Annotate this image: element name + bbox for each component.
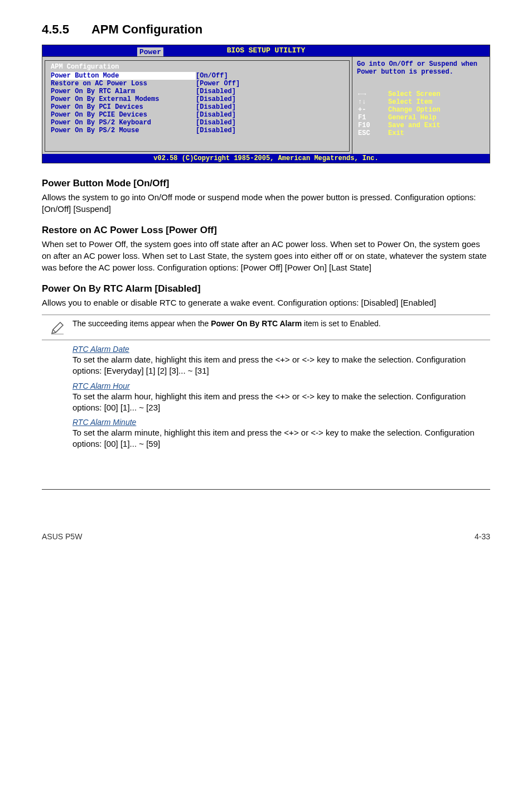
bios-row-label: Power On By PCIE Devices xyxy=(51,111,196,119)
bios-row: Restore on AC Power Loss [Power Off] xyxy=(51,80,344,88)
rtc-heading: RTC Alarm Hour xyxy=(72,381,488,390)
bios-row: Power On By PCI Devices [Disabled] xyxy=(51,103,344,111)
bios-tab: Power xyxy=(137,47,163,56)
note-text: The succeeding items appear when the Pow… xyxy=(72,318,490,329)
nav-desc: Change Option xyxy=(388,106,441,114)
bios-header: BIOS SETUP UTILITY Power xyxy=(42,45,490,56)
section-heading: 4.5.5APM Configuration xyxy=(42,22,490,37)
bios-row: Power On By PS/2 Mouse [Disabled] xyxy=(51,127,344,134)
subheading: Power On By RTC Alarm [Disabled] xyxy=(42,283,490,294)
bios-row-val: [Disabled] xyxy=(196,95,236,103)
bios-row: Power On By External Modems [Disabled] xyxy=(51,95,344,103)
nav-desc: Select Item xyxy=(388,98,432,106)
nav-key: ↑↓ xyxy=(358,98,388,106)
bios-row-val: [Disabled] xyxy=(196,88,236,95)
subheading: Power Button Mode [On/Off] xyxy=(42,178,490,189)
bios-row: Power Button Mode [On/Off] xyxy=(51,72,344,80)
bios-row-val: [Disabled] xyxy=(196,111,236,119)
bios-row-label: Power On By PCI Devices xyxy=(51,103,196,111)
bios-screenshot: BIOS SETUP UTILITY Power APM Configurati… xyxy=(42,45,490,163)
nav-desc: Save and Exit xyxy=(388,122,441,129)
rtc-paragraph: To set the alarm hour, highlight this it… xyxy=(72,391,488,414)
bios-title: BIOS SETUP UTILITY xyxy=(227,46,305,55)
nav-key: ←→ xyxy=(358,90,388,98)
note-bold: Power On By RTC Alarm xyxy=(211,319,302,328)
rtc-heading: RTC Alarm Minute xyxy=(72,418,488,427)
section-number: 4.5.5 xyxy=(42,22,69,36)
paragraph: Allows the system to go into On/Off mode… xyxy=(42,192,490,215)
nav-desc: Exit xyxy=(388,129,404,137)
nav-key: F10 xyxy=(358,122,388,129)
bios-row-label: Power On By External Modems xyxy=(51,95,196,103)
bios-row-label: Power On By PS/2 Keyboard xyxy=(51,119,196,127)
bios-row-label: Power On By RTC Alarm xyxy=(51,88,196,95)
bios-row-val: [Power Off] xyxy=(196,80,240,88)
bios-nav-hints: ←→Select Screen ↑↓Select Item +-Change O… xyxy=(358,90,475,137)
footer-left: ASUS P5W xyxy=(42,532,82,541)
subheading: Restore on AC Power Loss [Power Off] xyxy=(42,225,490,236)
section-title: APM Configuration xyxy=(91,22,202,36)
bios-help-text: Go into On/Off or Suspend when Power but… xyxy=(357,60,485,76)
note-pre: The succeeding items appear when the xyxy=(72,319,211,328)
rtc-paragraph: To set the alarm date, highlight this it… xyxy=(72,354,488,377)
paragraph: Allows you to enable or disable RTC to g… xyxy=(42,297,490,309)
footer-right: 4-33 xyxy=(475,532,490,541)
nav-key: +- xyxy=(358,106,388,114)
bios-left-pane: APM Configuration Power Button Mode [On/… xyxy=(42,56,352,154)
nav-key: F1 xyxy=(358,114,388,122)
page-footer: ASUS P5W 4-33 xyxy=(42,529,490,541)
bios-footer: v02.58 (C)Copyright 1985-2005, American … xyxy=(42,154,490,163)
bios-section-title: APM Configuration xyxy=(51,63,344,71)
bios-row: Power On By PCIE Devices [Disabled] xyxy=(51,111,344,119)
bios-row: Power On By RTC Alarm [Disabled] xyxy=(51,88,344,95)
bios-row-label: Restore on AC Power Loss xyxy=(51,80,196,88)
nav-key: ESC xyxy=(358,129,388,137)
note-post: item is set to Enabled. xyxy=(302,319,381,328)
rtc-paragraph: To set the alarm minute, highlight this … xyxy=(72,427,488,450)
bios-row-val: [On/Off] xyxy=(196,72,228,80)
svg-line-0 xyxy=(53,330,56,332)
bios-row: Power On By PS/2 Keyboard [Disabled] xyxy=(51,119,344,127)
bios-row-val: [Disabled] xyxy=(196,103,236,111)
pencil-icon xyxy=(42,318,72,336)
paragraph: When set to Power Off, the system goes i… xyxy=(42,239,490,273)
note-box: The succeeding items appear when the Pow… xyxy=(42,315,490,340)
nav-desc: General Help xyxy=(388,114,436,122)
bios-row-val: [Disabled] xyxy=(196,119,236,127)
bios-right-pane: Go into On/Off or Suspend when Power but… xyxy=(352,56,490,154)
bios-row-val: [Disabled] xyxy=(196,127,236,134)
rtc-heading: RTC Alarm Date xyxy=(72,345,488,354)
bios-row-label: Power On By PS/2 Mouse xyxy=(51,127,196,134)
nav-desc: Select Screen xyxy=(388,90,441,98)
bios-row-label: Power Button Mode xyxy=(51,72,196,80)
